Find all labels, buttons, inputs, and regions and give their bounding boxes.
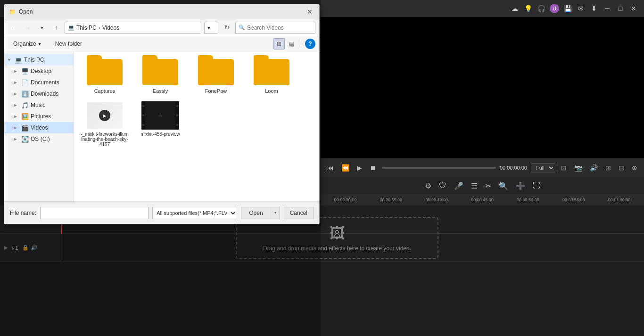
music-label: Music — [31, 102, 71, 108]
view-icons: ⊞ ▤ — [273, 38, 297, 49]
organize-button[interactable]: Organize ▾ — [8, 38, 46, 49]
zoom-timeline-out[interactable]: 🔍 — [499, 181, 508, 190]
sidebar-item-desktop[interactable]: ▶ 🖥️ Desktop — [4, 66, 74, 77]
folder-shape-fonepaw — [198, 59, 234, 85]
email-icon[interactable]: ✉ — [576, 4, 586, 13]
documents-icon: 📄 — [21, 79, 29, 86]
organize-label: Organize — [13, 41, 36, 47]
sidebar-item-pictures[interactable]: ▶ 🖼️ Pictures — [4, 111, 74, 122]
mic-icon[interactable]: 🎤 — [454, 181, 463, 190]
bc-root: This PC — [76, 25, 97, 31]
editor-toolbar: ⚙ 🛡 🎤 ☰ ✂ 🔍 ➕ ⛶ — [321, 177, 644, 194]
ruler-mark-6: 00:00:55:00 — [551, 197, 596, 202]
headset-icon[interactable]: 🎧 — [537, 4, 546, 13]
cancel-button[interactable]: Cancel — [284, 207, 314, 219]
bc-folder: Videos — [102, 25, 119, 31]
rewind-btn[interactable]: ⏪ — [339, 163, 351, 172]
this-pc-label: This PC — [24, 57, 71, 63]
prev-frame-btn[interactable]: ⏮ — [325, 163, 336, 172]
sidebar-item-documents[interactable]: ▶ 📄 Documents — [4, 77, 74, 88]
file-item-mixkit-458[interactable]: ☆ mixkit-458-preview — [134, 99, 186, 149]
bc-sep1: › — [99, 25, 100, 31]
fullscreen-icon[interactable]: ⛶ — [533, 181, 540, 190]
dialog-title-text: Open — [19, 8, 33, 15]
avatar-icon[interactable]: U — [550, 4, 559, 13]
folder-label-captures: Captures — [81, 88, 129, 94]
nav-forward-button[interactable]: → — [22, 22, 33, 33]
drop-icon: 🖼 — [330, 225, 345, 242]
settings-icon[interactable]: 💡 — [523, 4, 533, 13]
dialog-close-button[interactable]: ✕ — [305, 7, 314, 16]
sidebar-item-videos[interactable]: ▶ 🎬 Videos — [4, 122, 74, 133]
sidebar-item-this-pc[interactable]: ▼ 💻 This PC — [4, 54, 74, 66]
file-item-loom[interactable]: Loom — [246, 56, 297, 96]
dialog-nav-toolbar: ← → ▾ ↑ 💻 This PC › Videos ▾ ↻ 🔍 — [4, 19, 319, 36]
file-item-fonepaw[interactable]: FonePaw — [190, 56, 242, 96]
expand-documents: ▶ — [14, 80, 19, 85]
nav-back-button[interactable]: ← — [8, 22, 19, 33]
refresh-button[interactable]: ↻ — [221, 22, 232, 33]
mask-icon[interactable]: 🛡 — [439, 181, 446, 190]
file-item-captures[interactable]: Captures — [79, 56, 131, 96]
file-item-mixkit-fireworks[interactable]: ▶ -_mixkit-fireworks-illuminating-the-be… — [79, 99, 131, 149]
sidebar-item-downloads[interactable]: ▶ ⬇️ Downloads — [4, 88, 74, 99]
ruler-mark-4: 00:00:45:00 — [460, 197, 505, 202]
nav-dropdown-button[interactable]: ▾ — [36, 22, 48, 33]
video-preview-fireworks: ▶ — [87, 102, 123, 129]
close-btn[interactable]: ✕ — [629, 4, 638, 13]
cut-icon[interactable]: ✂ — [485, 181, 491, 190]
details-view-button[interactable]: ▤ — [286, 38, 297, 49]
zoom-timeline-in[interactable]: ➕ — [516, 181, 525, 190]
zoom-out-btn[interactable]: ⊟ — [617, 163, 626, 172]
crop-btn[interactable]: ⊡ — [559, 163, 569, 172]
download-icon[interactable]: ⬇ — [589, 4, 599, 13]
breadcrumb-dropdown[interactable]: ▾ — [204, 22, 218, 34]
list-icon[interactable]: ☰ — [471, 181, 478, 190]
minimize-btn[interactable]: ─ — [603, 4, 612, 13]
play-btn[interactable]: ▶ — [355, 163, 364, 172]
current-time: 00:00:00:00 — [500, 165, 527, 171]
video-458-text: ☆ — [159, 114, 162, 118]
ruler-mark-1: 00:00:30:00 — [322, 197, 368, 202]
cloud-icon[interactable]: ☁ — [510, 4, 520, 13]
ruler-mark-7: 00:01:00:00 — [596, 197, 642, 202]
new-folder-button[interactable]: New folder — [50, 38, 87, 49]
desktop-label: Desktop — [31, 68, 71, 74]
sidebar-item-music[interactable]: ▶ 🎵 Music — [4, 99, 74, 111]
sidebar-item-os-c[interactable]: ▶ 💽 OS (C:) — [4, 133, 74, 145]
stop-btn[interactable]: ⏹ — [368, 163, 378, 172]
open-button[interactable]: Open — [241, 207, 270, 219]
volume-btn[interactable]: 🔊 — [588, 163, 600, 172]
open-button-group: Open ▾ — [241, 207, 280, 219]
playlist-btn[interactable]: ⊞ — [603, 163, 613, 172]
video-play-icon-fireworks: ▶ — [99, 110, 110, 121]
timeline-ruler: 00:00:30:00 00:00:35:00 00:00:40:00 00:0… — [321, 194, 644, 205]
expand-pictures: ▶ — [14, 114, 19, 119]
dialog-organize-toolbar: Organize ▾ New folder ⊞ ▤ ? — [4, 36, 319, 51]
filename-input[interactable] — [40, 207, 149, 219]
grid-view-button[interactable]: ⊞ — [273, 38, 285, 49]
effects-icon[interactable]: ⚙ — [425, 181, 431, 190]
dialog-bottombar: File name: All supported files(*.MP4;*.F… — [4, 201, 319, 224]
organize-arrow: ▾ — [38, 41, 41, 47]
breadcrumb[interactable]: 💻 This PC › Videos — [65, 22, 201, 34]
dialog-title: 📁 Open — [9, 8, 33, 15]
filetype-select[interactable]: All supported files(*.MP4;*.FLV; — [152, 207, 237, 219]
videos-label: Videos — [31, 124, 71, 131]
search-input[interactable] — [247, 25, 312, 31]
folder-shape-eassiy — [142, 59, 178, 85]
zoom-in-btn[interactable]: ⊕ — [630, 163, 639, 172]
help-button[interactable]: ? — [305, 39, 315, 49]
open-dropdown-button[interactable]: ▾ — [271, 207, 280, 219]
folder-shape-captures — [87, 59, 123, 85]
save-icon[interactable]: 💾 — [563, 4, 572, 13]
video-preview — [321, 17, 644, 158]
file-item-eassiy[interactable]: Eassiy — [134, 56, 186, 96]
maximize-btn[interactable]: □ — [616, 4, 625, 13]
progress-bar[interactable] — [382, 167, 496, 169]
quality-selector[interactable]: Full — [531, 163, 555, 172]
nav-up-button[interactable]: ↑ — [50, 22, 62, 33]
os-c-icon: 💽 — [21, 136, 29, 143]
screenshot-btn[interactable]: 📷 — [572, 163, 584, 172]
expand-videos: ▶ — [14, 125, 19, 130]
